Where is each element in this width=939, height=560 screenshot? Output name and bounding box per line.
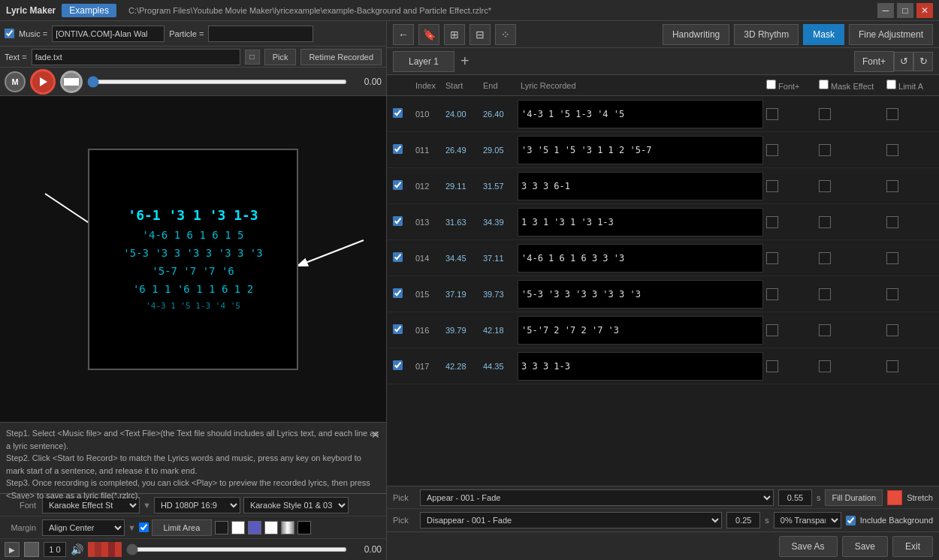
align-check[interactable]: [139, 522, 149, 532]
play-small-button[interactable]: ▶: [5, 542, 20, 557]
title-bar-left: Lyric Maker Examples C:\Program Files\Yo…: [6, 4, 491, 17]
limit-check-7[interactable]: [886, 360, 898, 372]
retime-button[interactable]: Retime Recorded: [300, 49, 382, 65]
appear-duration-input[interactable]: [778, 489, 812, 506]
td-mask-7: [816, 360, 883, 372]
font-check-3[interactable]: [766, 216, 778, 228]
td-check-3: [390, 216, 412, 227]
redo-button[interactable]: ↻: [913, 52, 933, 71]
dots-icon-button[interactable]: ⁘: [495, 24, 516, 45]
color-swatch-blue[interactable]: [248, 521, 261, 534]
pick-button[interactable]: Pick: [264, 49, 297, 65]
td-lyric-6[interactable]: '5-'7 2 '7 2 '7 '3: [518, 316, 763, 345]
color-swatch-white2[interactable]: [264, 521, 278, 534]
tab-3d-rhythm[interactable]: 3D Rhythm: [734, 24, 799, 45]
mask-check-5[interactable]: [819, 288, 831, 300]
stop-small-button[interactable]: [24, 542, 39, 557]
music-input[interactable]: [ONTIVA.COM]-Alan Wal: [52, 26, 165, 42]
font-check-0[interactable]: [766, 108, 778, 120]
td-lyric-5[interactable]: '5-3 '3 3 '3 3 '3 3 '3: [518, 280, 763, 309]
appear-effect-select[interactable]: Appear - 001 - Fade: [420, 489, 774, 506]
row-check-5[interactable]: [393, 288, 403, 298]
save-as-button[interactable]: Save As: [779, 536, 838, 557]
particle-input[interactable]: [208, 26, 313, 42]
th-limit-check[interactable]: [886, 80, 896, 89]
color-swatch-dark[interactable]: [297, 521, 311, 534]
tab-fine-adjustment[interactable]: Fine Adjustment: [849, 24, 933, 45]
examples-button[interactable]: Examples: [62, 4, 116, 17]
row-check-7[interactable]: [393, 360, 403, 370]
include-bg-checkbox[interactable]: [846, 516, 856, 525]
text-input[interactable]: [32, 49, 240, 65]
tab-handwriting[interactable]: Handwriting: [663, 24, 729, 45]
music-checkbox[interactable]: [5, 29, 14, 38]
color-swatch-black[interactable]: [215, 521, 228, 534]
row-check-2[interactable]: [393, 180, 403, 190]
mask-check-2[interactable]: [819, 180, 831, 192]
limit-check-3[interactable]: [886, 216, 898, 228]
layer-name-button[interactable]: Layer 1: [393, 51, 454, 72]
grid-icon-button[interactable]: ⊞: [444, 24, 465, 45]
maximize-button[interactable]: □: [897, 3, 913, 18]
limit-check-6[interactable]: [886, 324, 898, 336]
collapse-button[interactable]: □: [245, 50, 260, 65]
th-font-check[interactable]: [766, 80, 776, 89]
bookmark-icon-button[interactable]: 🔖: [418, 24, 439, 45]
limit-check-5[interactable]: [886, 288, 898, 300]
row-check-1[interactable]: [393, 144, 403, 154]
transparency-select[interactable]: 0% Transpare: [774, 512, 841, 528]
th-mask-check[interactable]: [819, 80, 829, 89]
close-instructions-button[interactable]: ✕: [371, 427, 380, 443]
grid2-icon-button[interactable]: ⊟: [470, 24, 491, 45]
limit-check-1[interactable]: [886, 144, 898, 156]
td-lyric-4[interactable]: '4-6 1 6 1 6 3 3 '3: [518, 244, 763, 272]
back-icon-button[interactable]: ←: [393, 24, 414, 45]
mask-check-1[interactable]: [819, 144, 831, 156]
font-check-2[interactable]: [766, 180, 778, 192]
undo-button[interactable]: ↺: [894, 52, 913, 71]
row-check-3[interactable]: [393, 216, 403, 226]
save-button[interactable]: Save: [842, 536, 888, 557]
align-select[interactable]: Align Center: [42, 519, 125, 536]
time-slider[interactable]: [87, 80, 347, 84]
row-check-4[interactable]: [393, 252, 403, 262]
font-check-4[interactable]: [766, 252, 778, 264]
minimize-button[interactable]: ─: [877, 3, 894, 18]
font-check-6[interactable]: [766, 324, 778, 336]
disappear-effect-select[interactable]: Disappear - 001 - Fade: [420, 512, 722, 528]
mask-check-6[interactable]: [819, 324, 831, 336]
close-button[interactable]: ✕: [916, 3, 933, 18]
font-check-1[interactable]: [766, 144, 778, 156]
limit-check-4[interactable]: [886, 252, 898, 264]
disappear-duration-input[interactable]: [726, 512, 760, 528]
progress-slider[interactable]: [126, 547, 347, 552]
font-check-7[interactable]: [766, 360, 778, 372]
limit-area-button[interactable]: Limit Area: [152, 519, 212, 536]
color-swatch-white[interactable]: [231, 521, 245, 534]
row-check-0[interactable]: [393, 108, 403, 118]
limit-check-0[interactable]: [886, 108, 898, 120]
tab-mask[interactable]: Mask: [803, 24, 844, 45]
font-check-5[interactable]: [766, 288, 778, 300]
exit-button[interactable]: Exit: [892, 536, 933, 557]
td-lyric-1[interactable]: '3 '5 1 '5 '3 1 1 2 '5-7: [518, 136, 763, 164]
stop-button[interactable]: [60, 71, 83, 93]
mask-check-4[interactable]: [819, 252, 831, 264]
mask-check-7[interactable]: [819, 360, 831, 372]
mask-check-0[interactable]: [819, 108, 831, 120]
fill-duration-button[interactable]: Fill Duration: [825, 489, 883, 506]
limit-check-2[interactable]: [886, 180, 898, 192]
row-check-6[interactable]: [393, 324, 403, 334]
layer-add-button[interactable]: +: [460, 53, 470, 70]
td-lyric-2[interactable]: 3 3 3 6-1: [518, 172, 763, 200]
color-swatch-red[interactable]: [887, 490, 902, 505]
play-button[interactable]: [30, 69, 56, 95]
page-input[interactable]: [44, 542, 66, 557]
m-button[interactable]: M: [5, 71, 26, 92]
font-plus-button[interactable]: Font+: [854, 51, 894, 72]
td-lyric-0[interactable]: '4-3 1 '5 1-3 '4 '5: [518, 100, 763, 128]
td-lyric-3[interactable]: 1 3 1 '3 1 '3 1-3: [518, 208, 763, 236]
td-lyric-7[interactable]: 3 3 3 1-3: [518, 352, 763, 381]
mask-check-3[interactable]: [819, 216, 831, 228]
color-swatch-gradient[interactable]: [281, 521, 294, 534]
